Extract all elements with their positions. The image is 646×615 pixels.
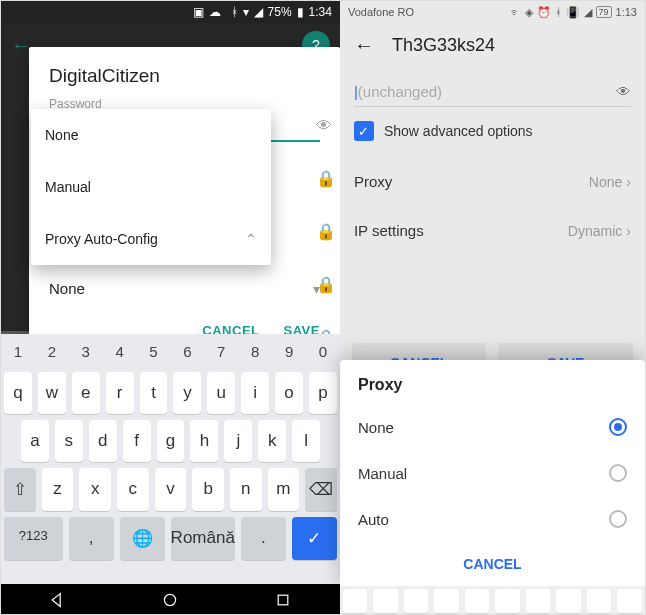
key-j[interactable]: j	[224, 420, 252, 462]
key-comma[interactable]: ,	[69, 517, 114, 560]
key-l[interactable]: l	[292, 420, 320, 462]
key-a[interactable]: a	[21, 420, 49, 462]
back-arrow-icon[interactable]: ←	[11, 34, 31, 57]
key-7[interactable]: 7	[204, 334, 238, 369]
battery-text: 75%	[268, 5, 292, 19]
chevron-right-icon: ›	[626, 223, 631, 239]
key-s[interactable]: s	[55, 420, 83, 462]
wifi-icon: ▾	[243, 5, 249, 19]
key-t[interactable]: t	[140, 372, 168, 414]
battery-icon: ▮	[297, 5, 304, 19]
key-q[interactable]: q	[4, 372, 32, 414]
key-globe[interactable]: 🌐	[120, 517, 165, 560]
ip-settings-row[interactable]: IP settings Dynamic›	[340, 206, 645, 255]
key-w[interactable]: w	[38, 372, 66, 414]
keyboard-ghost	[340, 586, 645, 615]
key-g[interactable]: g	[157, 420, 185, 462]
visibility-off-icon[interactable]: 👁	[316, 117, 336, 135]
page-title: Th3G33ks24	[392, 35, 495, 56]
key-b[interactable]: b	[192, 468, 224, 511]
bluetooth-icon: ᚼ	[231, 5, 238, 19]
sheet-title: Proxy	[340, 360, 645, 404]
image-icon: ▣	[193, 5, 204, 19]
ip-settings-select[interactable]: None ▾	[29, 266, 340, 311]
key-backspace[interactable]: ⌫	[305, 468, 337, 511]
alarm-icon: ⏰	[537, 6, 551, 19]
key-enter[interactable]: ✓	[292, 517, 337, 560]
key-u[interactable]: u	[207, 372, 235, 414]
key-e[interactable]: e	[72, 372, 100, 414]
proxy-option-auto[interactable]: Auto	[340, 496, 645, 542]
show-advanced-label: Show advanced options	[384, 123, 533, 139]
bluetooth-icon: ᚼ	[555, 6, 562, 18]
proxy-option-none[interactable]: None	[31, 109, 271, 161]
key-v[interactable]: v	[155, 468, 187, 511]
carrier-label: Vodafone RO	[348, 6, 414, 18]
nav-back-icon[interactable]	[49, 592, 65, 608]
key-h[interactable]: h	[190, 420, 218, 462]
key-5[interactable]: 5	[137, 334, 171, 369]
key-0[interactable]: 0	[306, 334, 340, 369]
dialog-title: DigitalCitizen	[29, 65, 340, 97]
key-8[interactable]: 8	[238, 334, 272, 369]
key-p[interactable]: p	[309, 372, 337, 414]
cloud-icon: ☁	[209, 5, 221, 19]
svg-rect-1	[279, 595, 289, 605]
key-9[interactable]: 9	[272, 334, 306, 369]
sheet-cancel-button[interactable]: CANCEL	[340, 542, 645, 580]
status-bar: ▣ ☁ ᚼ ▾ ◢ 75% ▮ 1:34	[1, 1, 340, 23]
clock: 1:34	[309, 5, 332, 19]
nav-recents-icon[interactable]	[275, 592, 291, 608]
key-z[interactable]: z	[42, 468, 74, 511]
visibility-off-icon[interactable]: 👁	[616, 83, 631, 100]
chevron-up-icon: ⌃	[245, 231, 257, 247]
key-k[interactable]: k	[258, 420, 286, 462]
key-r[interactable]: r	[106, 372, 134, 414]
proxy-option-manual[interactable]: Manual	[340, 450, 645, 496]
nfc-icon: ◈	[525, 6, 533, 19]
key-shift[interactable]: ⇧	[4, 468, 36, 511]
key-dot[interactable]: .	[241, 517, 286, 560]
nav-home-icon[interactable]	[162, 592, 178, 608]
status-bar: Vodafone RO ᯤ ◈ ⏰ ᚼ 📳 ◢ 79 1:13	[340, 1, 645, 23]
key-o[interactable]: o	[275, 372, 303, 414]
key-f[interactable]: f	[123, 420, 151, 462]
radio-icon	[609, 510, 627, 528]
key-2[interactable]: 2	[35, 334, 69, 369]
radio-selected-icon	[609, 418, 627, 436]
android-navbar	[1, 584, 340, 615]
show-advanced-checkbox[interactable]: ✓	[354, 121, 374, 141]
key-i[interactable]: i	[241, 372, 269, 414]
key-1[interactable]: 1	[1, 334, 35, 369]
key-y[interactable]: y	[173, 372, 201, 414]
key-x[interactable]: x	[79, 468, 111, 511]
signal-icon: ◢	[254, 5, 263, 19]
key-space[interactable]: Română	[171, 517, 235, 560]
vibrate-icon: 📳	[566, 6, 580, 19]
proxy-option-pac[interactable]: Proxy Auto-Config⌃	[31, 213, 271, 265]
password-input[interactable]: |(unchanged) 👁	[354, 77, 631, 107]
proxy-option-none[interactable]: None	[340, 404, 645, 450]
key-4[interactable]: 4	[103, 334, 137, 369]
proxy-bottomsheet: Proxy None Manual Auto CANCEL	[340, 360, 645, 586]
key-m[interactable]: m	[268, 468, 300, 511]
key-6[interactable]: 6	[170, 334, 204, 369]
key-d[interactable]: d	[89, 420, 117, 462]
key-3[interactable]: 3	[69, 334, 103, 369]
back-arrow-icon[interactable]: ←	[354, 34, 374, 57]
radio-icon	[609, 464, 627, 482]
svg-point-0	[165, 594, 176, 605]
lock-icon: 🔒	[316, 222, 336, 241]
key-n[interactable]: n	[230, 468, 262, 511]
chevron-right-icon: ›	[626, 174, 631, 190]
key-symbols[interactable]: ?123	[4, 517, 63, 560]
app-bar: ← Th3G33ks24	[340, 23, 645, 67]
lock-icon: 🔒	[316, 169, 336, 188]
proxy-option-manual[interactable]: Manual	[31, 161, 271, 213]
proxy-dropdown: None Manual Proxy Auto-Config⌃	[31, 109, 271, 265]
battery-text: 79	[596, 6, 612, 18]
key-c[interactable]: c	[117, 468, 149, 511]
proxy-row[interactable]: Proxy None›	[340, 157, 645, 206]
soft-keyboard: 1 2 3 4 5 6 7 8 9 0 q w e r t y u i o p …	[1, 334, 340, 584]
clock: 1:13	[616, 6, 637, 18]
